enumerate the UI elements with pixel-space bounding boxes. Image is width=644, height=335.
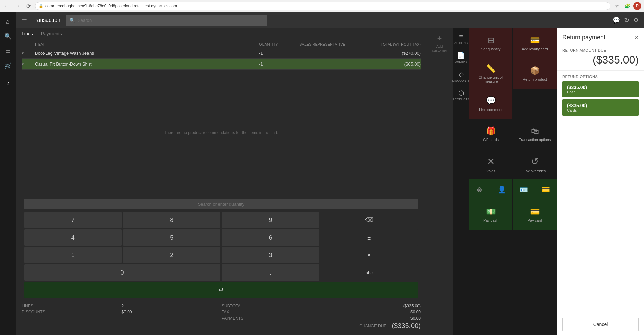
reload-button[interactable]: ⟳ [24, 2, 32, 10]
card-button[interactable]: 💳 [535, 179, 557, 200]
sidebar-search-icon[interactable]: 🔍 [1, 30, 15, 43]
gift-cards-label: Gift cards [483, 138, 499, 142]
tabs-row: Lines Payments [22, 31, 421, 38]
refresh-icon[interactable]: ↻ [624, 16, 629, 24]
tax-label: TAX [222, 310, 321, 315]
sidebar-item-orders[interactable]: 📄 ORDERS [453, 49, 469, 66]
voids-button[interactable]: ✕ Voids [469, 149, 512, 179]
return-close-button[interactable]: × [635, 34, 639, 41]
id-button[interactable]: 🪪 [513, 179, 535, 200]
action-row-7: 💵 Pay cash 💳 Pay card [469, 200, 557, 230]
tax-value: $0.00 [322, 310, 421, 315]
refund-cards-method: Cards [567, 108, 634, 112]
return-amount-label: Return amount due [562, 48, 639, 52]
tab-payments[interactable]: Payments [41, 31, 62, 38]
chat-icon[interactable]: 💬 [613, 16, 620, 24]
main-content: ☰ Transaction 🔍 💬 ↻ ⚙ Lines Payments [16, 12, 644, 335]
cancel-button[interactable]: Cancel [562, 318, 639, 331]
settings-icon[interactable]: ⚙ [633, 16, 639, 24]
chevron-icon: ▾ [22, 51, 35, 56]
numpad-9[interactable]: 9 [222, 212, 319, 228]
loyalty-icon: 💳 [530, 36, 540, 45]
tax-overrides-button[interactable]: ↺ Tax overrides [513, 149, 557, 179]
hamburger-icon[interactable]: ☰ [22, 16, 27, 24]
numpad-0[interactable]: 0 [24, 264, 220, 281]
refund-option-cash[interactable]: ($335.00) Cash [562, 81, 639, 97]
search-qty-input[interactable] [24, 199, 418, 209]
numpad-backspace[interactable]: ⌫ [321, 212, 418, 228]
add-customer-label: Add customer [432, 44, 448, 52]
col-item: ITEM [35, 42, 259, 46]
transaction-options-button[interactable]: 🛍 Transaction options [513, 119, 557, 149]
numpad-plusminus[interactable]: ± [321, 229, 418, 246]
extension-icon[interactable]: 🧩 [623, 2, 631, 10]
pay-card-button[interactable]: 💳 Pay card [513, 200, 557, 230]
sidebar-item-discounts[interactable]: ◇ DISCOUNTS [451, 68, 471, 84]
customer-button[interactable]: 👤 [491, 179, 513, 200]
action-grid-panel: ⊞ Set quantity 💳 Add loyalty card 📏 Chan… [469, 28, 557, 335]
numpad-8[interactable]: 8 [123, 212, 221, 228]
sidebar-cart-icon[interactable]: 🛒 [1, 59, 15, 73]
refund-option-cards[interactable]: ($335.00) Cards [562, 99, 639, 116]
add-customer-button[interactable]: + Add customer [426, 28, 453, 58]
action-row-6: ⊜ 👤 🪪 💳 [469, 179, 557, 200]
numpad-decimal[interactable]: . [222, 264, 319, 281]
bookmark-star-icon[interactable]: ☆ [613, 2, 621, 10]
return-icon: 📦 [530, 66, 540, 75]
refund-cash-method: Cash [567, 90, 634, 94]
totals-button[interactable]: ⊜ [469, 179, 491, 200]
right-utility-panel: + Add customer [426, 28, 453, 335]
change-uom-button[interactable]: 📏 Change unit of measure [469, 58, 512, 89]
numpad-4[interactable]: 4 [24, 229, 122, 246]
numpad-1[interactable]: 1 [24, 247, 122, 263]
change-uom-label: Change unit of measure [472, 75, 510, 83]
top-bar: ☰ Transaction 🔍 💬 ↻ ⚙ [16, 12, 644, 28]
app-container: ⌂ 🔍 ☰ 🛒 2 ☰ Transaction 🔍 💬 ↻ ⚙ [0, 12, 644, 335]
voids-label: Voids [486, 169, 495, 173]
item-name: Boot-Leg Vintage Wash Jeans [35, 51, 259, 56]
return-product-button[interactable]: 📦 Return product [513, 58, 557, 89]
item-total: ($65.00) [360, 61, 421, 67]
table-row[interactable]: ▾ Casual Fit Button-Down Shirt -1 ($65.0… [22, 59, 421, 70]
numpad-7[interactable]: 7 [24, 212, 122, 228]
refund-cash-amount: ($335.00) [567, 85, 634, 90]
void-icon: ✕ [487, 156, 495, 167]
tax-overrides-label: Tax overrides [524, 169, 546, 173]
sidebar-menu-icon[interactable]: ☰ [1, 44, 15, 58]
pay-cash-button[interactable]: 💵 Pay cash [469, 200, 512, 230]
numpad-multiply[interactable]: × [321, 247, 418, 263]
numpad-2[interactable]: 2 [123, 247, 221, 263]
side-icons: ≡ ACTIONS 📄 ORDERS ◇ DISCOUNTS ⬡ PRODUCT… [453, 28, 469, 335]
sidebar-item-actions[interactable]: ≡ ACTIONS [453, 31, 469, 47]
table-row[interactable]: ▾ Boot-Leg Vintage Wash Jeans -1 ($270.0… [22, 48, 421, 59]
profile-icon[interactable]: R [633, 2, 641, 10]
search-bar[interactable]: 🔍 [66, 15, 267, 26]
pay-card-label: Pay card [528, 218, 542, 222]
line-comment-button[interactable]: 💬 Line comment [469, 89, 512, 119]
lines-value: 2 [122, 304, 221, 308]
numpad-5[interactable]: 5 [123, 229, 221, 246]
url-text: commercebugbashea9b6abc78e0c9d8pos.cloud… [45, 4, 177, 8]
comment-icon: 💬 [486, 96, 496, 106]
numpad-enter[interactable]: ↵ [24, 282, 418, 298]
tab-lines[interactable]: Lines [22, 31, 33, 38]
browser-bar: ← → ⟳ 🔒 commercebugbashea9b6abc78e0c9d8p… [0, 0, 644, 12]
forward-button[interactable]: → [13, 2, 22, 10]
numpad-3[interactable]: 3 [222, 247, 319, 263]
tax-icon: ↺ [531, 156, 539, 167]
search-input[interactable] [78, 18, 263, 23]
return-footer: Cancel [557, 313, 644, 335]
numpad-abc[interactable]: abc [321, 264, 418, 281]
set-quantity-button[interactable]: ⊞ Set quantity [469, 28, 512, 58]
sidebar-item-products[interactable]: ⬡ PRODUCTS [451, 87, 471, 103]
numpad-6[interactable]: 6 [222, 229, 319, 246]
refund-options-label: Refund options [562, 75, 639, 79]
add-loyalty-card-button[interactable]: 💳 Add loyalty card [513, 28, 557, 58]
actions-container: ≡ ACTIONS 📄 ORDERS ◇ DISCOUNTS ⬡ PRODUCT… [453, 28, 557, 335]
cash-icon: 💵 [486, 207, 496, 216]
return-payment-panel: Return payment × Return amount due ($335… [557, 28, 644, 335]
sidebar-home-icon[interactable]: ⌂ [1, 15, 15, 28]
gift-cards-button[interactable]: 🎁 Gift cards [469, 119, 512, 149]
change-due-label: CHANGE DUE [359, 324, 386, 328]
back-button[interactable]: ← [3, 2, 11, 10]
